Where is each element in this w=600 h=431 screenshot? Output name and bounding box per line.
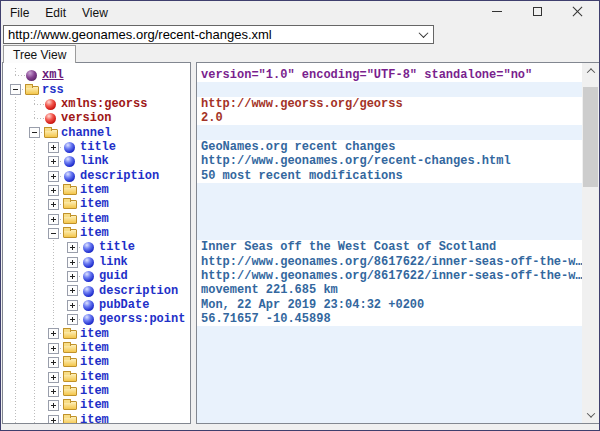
expand-icon[interactable] xyxy=(48,328,59,339)
tree-node-label[interactable]: item xyxy=(80,212,109,226)
tree-node-label[interactable]: guid xyxy=(99,269,128,283)
tree-node-label[interactable]: item xyxy=(80,197,109,211)
menu-view[interactable]: View xyxy=(74,3,116,23)
expand-icon[interactable] xyxy=(67,271,78,282)
expand-icon[interactable] xyxy=(48,214,59,225)
tree-guide-line xyxy=(6,111,25,125)
tree-node-guid-14[interactable]: guid xyxy=(3,269,190,283)
tree-node-title-12[interactable]: title xyxy=(3,240,190,254)
tree-node-item-9[interactable]: item xyxy=(3,197,190,211)
expand-icon[interactable] xyxy=(48,171,59,182)
tree-node-label[interactable]: item xyxy=(80,327,109,341)
tree-node-label[interactable]: link xyxy=(99,255,128,269)
tree-node-item-18[interactable]: item xyxy=(3,326,190,340)
url-dropdown-button[interactable] xyxy=(413,26,433,43)
expand-icon[interactable] xyxy=(48,142,59,153)
tree-node-label[interactable]: version xyxy=(61,111,111,125)
tree-node-item-20[interactable]: item xyxy=(3,355,190,369)
tree-node-label[interactable]: item xyxy=(80,226,109,240)
expand-icon[interactable] xyxy=(48,386,59,397)
tree-node-label[interactable]: channel xyxy=(61,126,111,140)
scrollbar-thumb[interactable] xyxy=(583,87,598,187)
tree-node-pubDate-16[interactable]: pubDate xyxy=(3,298,190,312)
tree-node-description-15[interactable]: description xyxy=(3,283,190,297)
menu-edit[interactable]: Edit xyxy=(37,3,74,23)
scroll-up-button[interactable] xyxy=(582,63,599,79)
tree-guide-line xyxy=(25,269,44,283)
expand-icon[interactable] xyxy=(67,257,78,268)
expand-icon[interactable] xyxy=(48,185,59,196)
tree-node-xml-0[interactable]: xml xyxy=(3,68,190,82)
tree-node-item-11[interactable]: item xyxy=(3,226,190,240)
tree-connector xyxy=(25,97,44,111)
minimize-button[interactable] xyxy=(477,1,517,22)
scroll-down-button[interactable] xyxy=(582,407,599,423)
value-row-22 xyxy=(197,384,582,398)
menu-file[interactable]: File xyxy=(2,3,37,23)
tree-connector xyxy=(44,212,63,226)
expand-icon[interactable] xyxy=(67,300,78,311)
tree-node-rss-1[interactable]: rss xyxy=(3,82,190,96)
expand-icon[interactable] xyxy=(48,199,59,210)
tree-node-label[interactable]: georss:point xyxy=(99,312,185,326)
folder-icon xyxy=(63,355,77,369)
tree-node-title-5[interactable]: title xyxy=(3,140,190,154)
expand-icon[interactable] xyxy=(67,314,78,325)
tree-node-item-24[interactable]: item xyxy=(3,413,190,424)
expand-icon[interactable] xyxy=(48,400,59,411)
tree-node-item-10[interactable]: item xyxy=(3,212,190,226)
tree-guide-line xyxy=(6,398,25,412)
maximize-icon xyxy=(533,7,542,16)
tree-guide-line xyxy=(6,183,25,197)
tree-node-label[interactable]: item xyxy=(80,355,109,369)
tree-node-label[interactable]: title xyxy=(80,140,116,154)
tree-node-label[interactable]: rss xyxy=(42,83,64,97)
tree-node-item-21[interactable]: item xyxy=(3,370,190,384)
expand-icon[interactable] xyxy=(48,357,59,368)
tree-node-label[interactable]: item xyxy=(80,183,109,197)
tree-node-item-8[interactable]: item xyxy=(3,183,190,197)
tree-node-xmlns:georss-2[interactable]: xmlns:georss xyxy=(3,97,190,111)
tree-node-label[interactable]: xmlns:georss xyxy=(61,97,147,111)
tree-node-label[interactable]: description xyxy=(80,169,159,183)
tree-node-item-23[interactable]: item xyxy=(3,398,190,412)
expand-icon[interactable] xyxy=(67,285,78,296)
maximize-button[interactable] xyxy=(517,1,557,22)
expand-icon[interactable] xyxy=(48,343,59,354)
collapse-icon[interactable] xyxy=(48,228,59,239)
expand-icon[interactable] xyxy=(67,242,78,253)
tree-node-label[interactable]: item xyxy=(80,341,109,355)
tree-node-label[interactable]: link xyxy=(80,154,109,168)
tree-node-label[interactable]: item xyxy=(80,398,109,412)
url-input[interactable] xyxy=(4,26,413,43)
tab-tree-view[interactable]: Tree View xyxy=(3,45,76,63)
tree-node-version-3[interactable]: version xyxy=(3,111,190,125)
tree-guide-line xyxy=(6,240,25,254)
tree-node-link-6[interactable]: link xyxy=(3,154,190,168)
tree-node-link-13[interactable]: link xyxy=(3,255,190,269)
tree-node-item-19[interactable]: item xyxy=(3,341,190,355)
expand-icon[interactable] xyxy=(48,372,59,383)
expand-icon[interactable] xyxy=(48,156,59,167)
tree-node-label[interactable]: title xyxy=(99,240,135,254)
tree-guide-line xyxy=(25,183,44,197)
folder-icon xyxy=(63,197,77,211)
close-button[interactable] xyxy=(557,1,597,22)
tree-guide-line xyxy=(6,370,25,384)
tree-node-description-7[interactable]: description xyxy=(3,169,190,183)
tree-node-georss:point-17[interactable]: georss:point xyxy=(3,312,190,326)
tree-node-label[interactable]: item xyxy=(80,370,109,384)
value-row-16: Mon, 22 Apr 2019 23:04:32 +0200 xyxy=(197,298,582,312)
vertical-scrollbar[interactable] xyxy=(582,63,599,423)
tree-node-label[interactable]: item xyxy=(80,413,109,424)
tree-node-item-22[interactable]: item xyxy=(3,384,190,398)
expand-icon[interactable] xyxy=(48,415,59,424)
tree-node-label[interactable]: description xyxy=(99,284,178,298)
tree-node-channel-4[interactable]: channel xyxy=(3,125,190,139)
collapse-icon[interactable] xyxy=(29,127,40,138)
tree-node-label[interactable]: pubDate xyxy=(99,298,149,312)
collapse-icon[interactable] xyxy=(10,84,21,95)
tree-node-label[interactable]: item xyxy=(80,384,109,398)
tree-guide-line xyxy=(25,226,44,240)
tree-node-label[interactable]: xml xyxy=(42,68,64,82)
